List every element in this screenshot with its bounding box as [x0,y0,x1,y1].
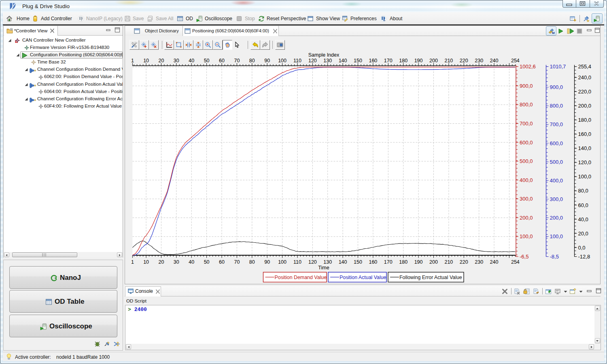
svg-text:0,0: 0,0 [578,245,586,251]
svg-text:220,0: 220,0 [578,89,592,95]
svg-text:180: 180 [399,259,407,265]
svg-text:Position Demand Value: Position Demand Value [275,275,327,280]
svg-text:240: 240 [490,58,499,63]
svg-text:70: 70 [234,259,240,265]
svg-text:140: 140 [339,259,347,265]
svg-text:400,0: 400,0 [550,178,563,184]
svg-text:20: 20 [158,259,164,265]
svg-text:170: 170 [384,58,393,63]
svg-text:230: 230 [475,58,483,63]
svg-text:800,0: 800,0 [550,103,563,109]
svg-text:130: 130 [323,259,332,265]
svg-text:300,0: 300,0 [520,196,533,202]
svg-text:240,0: 240,0 [578,74,592,80]
svg-text:160,0: 160,0 [578,131,592,137]
svg-text:80,0: 80,0 [578,188,588,194]
svg-text:-6,5: -6,5 [520,254,528,260]
svg-text:210: 210 [444,58,453,63]
svg-text:254: 254 [511,259,520,265]
svg-text:80: 80 [249,259,255,265]
svg-text:120: 120 [308,58,317,63]
svg-text:60,0: 60,0 [578,202,588,208]
svg-text:Following Error Actual Value: Following Error Actual Value [399,275,462,280]
svg-text:400,0: 400,0 [520,177,533,183]
svg-text:40: 40 [189,58,194,63]
svg-text:40: 40 [189,259,194,265]
svg-text:30: 30 [174,58,179,63]
svg-text:140,0: 140,0 [578,145,592,151]
svg-text:1010,7: 1010,7 [550,63,566,70]
svg-text:100,0: 100,0 [550,233,563,239]
svg-text:200,0: 200,0 [550,215,563,221]
svg-text:80: 80 [249,58,255,63]
svg-text:800,0: 800,0 [520,102,533,108]
svg-text:30: 30 [174,259,179,265]
svg-text:110: 110 [293,259,301,265]
svg-text:180,0: 180,0 [578,117,592,123]
svg-text:20: 20 [158,58,164,63]
svg-text:600,0: 600,0 [520,140,533,146]
svg-text:-8,5: -8,5 [550,254,559,260]
svg-text:60: 60 [219,259,225,265]
svg-text:255,4: 255,4 [578,63,592,70]
svg-text:20,0: 20,0 [578,231,588,237]
svg-text:10: 10 [143,259,149,265]
svg-text:190: 190 [414,259,423,265]
svg-text:150: 150 [354,259,362,265]
svg-text:100,0: 100,0 [520,233,533,239]
svg-text:Position Actual Value: Position Actual Value [340,275,386,280]
svg-text:160: 160 [369,259,377,265]
svg-text:1: 1 [131,259,134,265]
svg-text:150: 150 [354,58,362,63]
svg-text:1002,6: 1002,6 [520,63,536,70]
svg-text:230: 230 [475,259,483,265]
svg-text:200,0: 200,0 [520,215,533,221]
svg-text:100: 100 [278,259,287,265]
svg-text:40,0: 40,0 [578,216,588,222]
svg-text:100,0: 100,0 [578,174,592,180]
svg-text:900,0: 900,0 [550,84,563,90]
svg-text:254: 254 [511,58,520,63]
svg-text:70: 70 [234,58,240,63]
svg-text:900,0: 900,0 [520,83,533,89]
svg-text:700,0: 700,0 [520,121,533,127]
svg-text:1: 1 [131,58,134,63]
svg-text:180: 180 [399,58,407,63]
svg-text:200: 200 [429,58,438,63]
svg-text:170: 170 [384,259,393,265]
svg-text:700,0: 700,0 [550,121,563,127]
svg-text:200,0: 200,0 [578,103,592,109]
svg-text:100: 100 [278,58,287,63]
svg-text:-12,8: -12,8 [578,254,590,260]
svg-text:210: 210 [444,259,453,265]
svg-text:50: 50 [204,259,210,265]
svg-text:10: 10 [143,58,149,63]
svg-text:120,0: 120,0 [578,159,592,165]
svg-text:Sample Index: Sample Index [308,52,340,58]
svg-text:500,0: 500,0 [520,158,533,164]
svg-text:Time: Time [318,265,329,271]
svg-text:300,0: 300,0 [550,196,563,202]
svg-text:190: 190 [414,58,423,63]
svg-text:120: 120 [308,259,317,265]
svg-text:!: ! [16,41,17,43]
svg-text:110: 110 [293,58,301,63]
svg-text:240: 240 [490,259,499,265]
svg-text:220: 220 [460,58,468,63]
svg-text:140: 140 [339,58,347,63]
svg-text:600,0: 600,0 [550,140,563,146]
svg-text:160: 160 [369,58,377,63]
svg-text:220: 220 [460,259,468,265]
svg-text:60: 60 [219,58,225,63]
svg-text:50: 50 [204,58,210,63]
svg-text:200: 200 [429,259,438,265]
svg-text:90: 90 [264,259,270,265]
svg-text:90: 90 [264,58,270,63]
svg-text:M: M [552,31,555,34]
svg-text:130: 130 [323,58,332,63]
svg-text:500,0: 500,0 [550,159,563,165]
